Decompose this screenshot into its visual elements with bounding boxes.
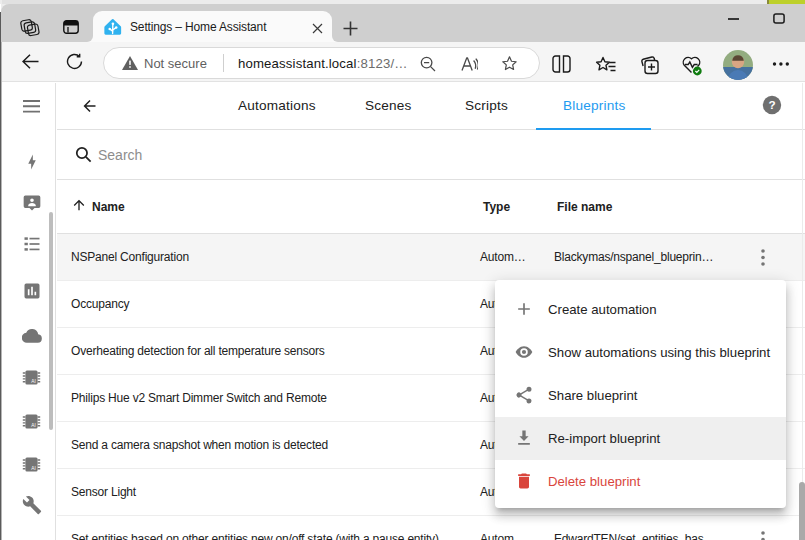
svg-text:AI: AI xyxy=(31,423,36,428)
svg-text:?: ? xyxy=(768,98,775,111)
svg-text:AI: AI xyxy=(31,379,36,384)
svg-text:AI: AI xyxy=(31,466,36,471)
